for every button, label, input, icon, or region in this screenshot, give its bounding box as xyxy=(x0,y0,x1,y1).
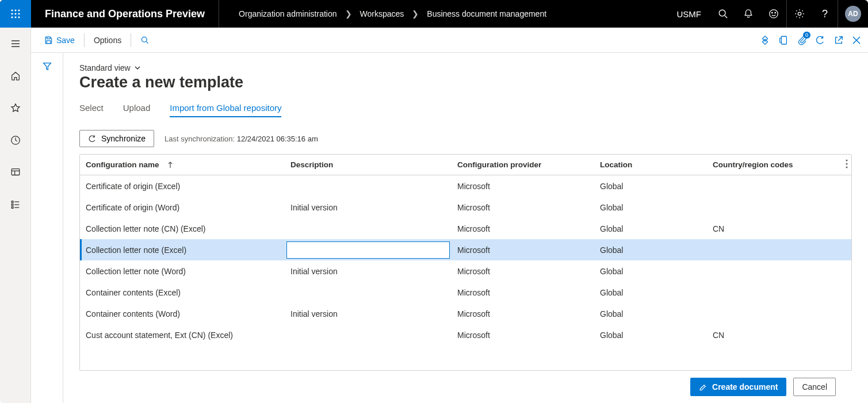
table-row[interactable]: Container contents (Word)Initial version… xyxy=(80,303,851,324)
attachment-count-badge: 0 xyxy=(803,32,810,39)
workspace-icon xyxy=(10,167,21,178)
favorites-button[interactable] xyxy=(4,97,27,120)
cell-country xyxy=(707,197,851,218)
description-input[interactable] xyxy=(286,241,450,259)
svg-point-5 xyxy=(18,13,20,14)
search-page-button[interactable] xyxy=(135,33,155,47)
office-icon xyxy=(778,35,789,45)
table-row[interactable]: Container contents (Excel)MicrosoftGloba… xyxy=(80,282,851,303)
close-button[interactable] xyxy=(852,36,861,45)
related-button[interactable] xyxy=(760,35,770,45)
save-icon xyxy=(44,36,53,45)
divider xyxy=(84,33,85,47)
breadcrumb-item[interactable]: Business document management xyxy=(427,9,546,18)
refresh-icon xyxy=(815,35,825,45)
pencil-icon xyxy=(699,383,708,392)
breadcrumb-item[interactable]: Workspaces xyxy=(360,9,404,18)
home-button[interactable] xyxy=(4,64,27,87)
filter-button[interactable] xyxy=(42,61,52,403)
cell-name: Collection letter note (CN) (Excel) xyxy=(80,218,285,239)
create-document-button[interactable]: Create document xyxy=(690,378,786,396)
chevron-right-icon: ❯ xyxy=(412,9,419,18)
refresh-icon xyxy=(88,135,97,143)
workspaces-button[interactable] xyxy=(4,161,27,184)
column-header-name[interactable]: Configuration name xyxy=(80,155,285,175)
table-row[interactable]: Collection letter note (Word)Initial ver… xyxy=(80,260,851,282)
close-icon xyxy=(852,36,861,45)
table-row[interactable]: Cust account statement, Ext (CN) (Excel)… xyxy=(80,324,851,346)
cell-name: Collection letter note (Excel) xyxy=(80,239,285,260)
bell-icon xyxy=(743,9,754,19)
grid-menu-button[interactable] xyxy=(846,159,848,168)
view-selector[interactable]: Standard view xyxy=(79,63,852,72)
modules-button[interactable] xyxy=(4,193,27,216)
popout-button[interactable] xyxy=(833,35,844,45)
svg-point-36 xyxy=(846,163,848,165)
table-row[interactable]: Collection letter note (Excel)MicrosoftG… xyxy=(80,239,851,260)
svg-point-14 xyxy=(798,12,801,15)
column-header-description[interactable]: Description xyxy=(285,155,452,175)
svg-line-10 xyxy=(725,16,727,18)
options-label: Options xyxy=(94,36,121,45)
help-button[interactable]: ? xyxy=(812,0,838,28)
cancel-button[interactable]: Cancel xyxy=(793,378,836,396)
notifications-button[interactable] xyxy=(736,0,761,28)
breadcrumb-item[interactable]: Organization administration xyxy=(239,9,337,18)
svg-rect-19 xyxy=(12,169,20,175)
gear-icon xyxy=(794,9,805,19)
column-header-country[interactable]: Country/region codes xyxy=(707,155,851,175)
chevron-right-icon: ❯ xyxy=(345,9,352,18)
tab-upload[interactable]: Upload xyxy=(123,103,151,117)
svg-line-31 xyxy=(147,41,148,43)
configuration-grid: Configuration name Description Configura… xyxy=(79,154,852,371)
company-label[interactable]: USMF xyxy=(668,9,711,19)
help-icon: ? xyxy=(822,8,828,20)
tab-select[interactable]: Select xyxy=(79,103,104,117)
cell-location: Global xyxy=(594,239,707,260)
table-row[interactable]: Certificate of origin (Excel)MicrosoftGl… xyxy=(80,175,851,197)
app-launcher-button[interactable] xyxy=(0,0,31,28)
cell-name: Certificate of origin (Excel) xyxy=(80,175,285,197)
recent-button[interactable] xyxy=(4,129,27,152)
table-row[interactable]: Collection letter note (CN) (Excel)Micro… xyxy=(80,218,851,239)
cell-provider: Microsoft xyxy=(452,197,594,218)
cell-description: Initial version xyxy=(285,197,452,218)
svg-rect-23 xyxy=(12,204,13,206)
search-button[interactable] xyxy=(710,0,736,28)
waffle-icon xyxy=(11,9,20,18)
feedback-button[interactable] xyxy=(761,0,786,28)
cell-location: Global xyxy=(594,218,707,239)
cell-country: CN xyxy=(707,324,851,346)
cell-location: Global xyxy=(594,197,707,218)
svg-point-8 xyxy=(18,16,20,18)
page-title: Create a new template xyxy=(79,74,852,91)
svg-point-2 xyxy=(18,9,20,11)
attachments-button[interactable]: 0 xyxy=(797,35,807,45)
nav-menu-button[interactable] xyxy=(4,32,27,55)
options-button[interactable]: Options xyxy=(88,33,127,47)
diamond-icon xyxy=(760,35,770,45)
svg-point-12 xyxy=(772,12,773,13)
svg-point-1 xyxy=(14,9,16,11)
svg-point-35 xyxy=(846,160,848,162)
tab-import-from-global-repository[interactable]: Import from Global repository xyxy=(170,103,281,117)
svg-point-13 xyxy=(775,12,775,13)
svg-point-0 xyxy=(11,9,13,11)
breadcrumb: Organization administration ❯ Workspaces… xyxy=(219,9,546,18)
cell-provider: Microsoft xyxy=(452,324,594,346)
table-row[interactable]: Certificate of origin (Word)Initial vers… xyxy=(80,197,851,218)
save-button[interactable]: Save xyxy=(38,33,81,47)
cell-description xyxy=(285,175,452,197)
chevron-down-icon xyxy=(134,64,141,71)
open-office-button[interactable] xyxy=(778,35,789,45)
settings-button[interactable] xyxy=(787,0,812,28)
synchronize-button[interactable]: Synchronize xyxy=(79,130,154,147)
cell-name: Cust account statement, Ext (CN) (Excel) xyxy=(80,324,285,346)
column-header-provider[interactable]: Configuration provider xyxy=(452,155,594,175)
cell-description xyxy=(285,324,452,346)
column-header-location[interactable]: Location xyxy=(594,155,707,175)
refresh-button[interactable] xyxy=(815,35,825,45)
cell-country xyxy=(707,303,851,324)
home-icon xyxy=(10,71,21,81)
user-avatar[interactable]: AD xyxy=(845,6,861,22)
